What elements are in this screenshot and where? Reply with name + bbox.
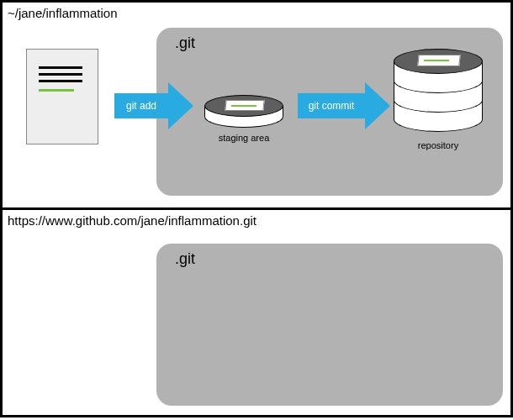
repository-icon: repository — [394, 49, 483, 150]
git-add-label: git add — [114, 93, 168, 118]
staging-area-icon: staging area — [204, 95, 283, 143]
remote-url-label: https://www.github.com/jane/inflammation… — [8, 213, 256, 228]
remote-git-box: .git — [156, 244, 503, 406]
local-repo-panel: ~/jane/inflammation .git git add staging… — [0, 0, 513, 210]
repository-caption: repository — [394, 140, 483, 150]
staging-caption: staging area — [204, 133, 283, 143]
local-path-label: ~/jane/inflammation — [8, 6, 118, 20]
working-file-icon — [26, 49, 98, 144]
remote-repo-panel: https://www.github.com/jane/inflammation… — [0, 210, 513, 417]
git-commit-label: git commit — [298, 93, 365, 118]
git-dir-label: .git — [175, 34, 195, 52]
remote-git-dir-label: .git — [175, 250, 195, 268]
git-commit-arrow: git commit — [298, 82, 390, 129]
git-add-arrow: git add — [114, 82, 193, 129]
